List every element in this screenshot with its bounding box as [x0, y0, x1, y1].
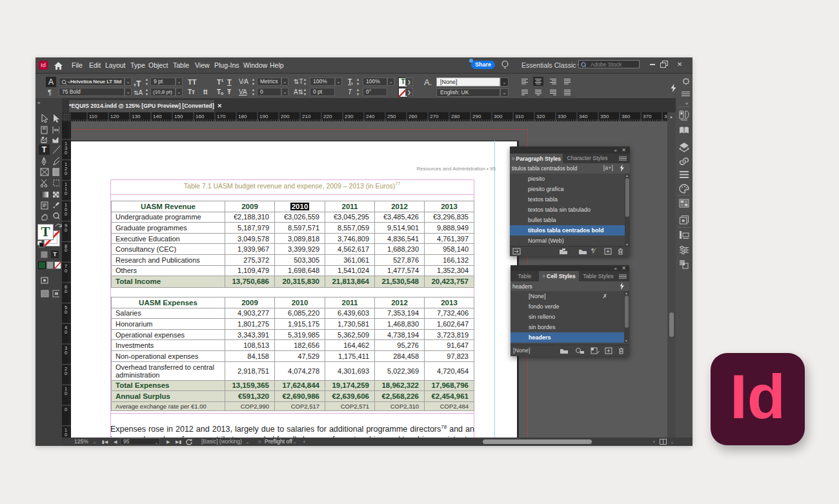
svg-text:200: 200: [281, 114, 290, 119]
svg-text:0: 0: [65, 170, 67, 176]
svg-text:0: 0: [65, 247, 67, 253]
svg-text:130: 130: [132, 114, 141, 119]
svg-text:350: 350: [600, 114, 609, 119]
svg-text:240: 240: [366, 114, 375, 119]
svg-text:360: 360: [622, 114, 631, 119]
svg-text:0: 0: [65, 227, 67, 233]
svg-text:310: 310: [515, 114, 524, 119]
svg-text:150: 150: [174, 114, 183, 119]
svg-text:0: 0: [65, 150, 67, 156]
svg-text:160: 160: [196, 114, 205, 119]
svg-text:260: 260: [409, 114, 418, 119]
svg-text:170: 170: [217, 114, 226, 119]
svg-text:0: 0: [65, 288, 67, 294]
svg-text:330: 330: [558, 114, 567, 119]
svg-text:270: 270: [430, 114, 439, 119]
svg-text:220: 220: [323, 114, 332, 119]
svg-text:0: 0: [65, 329, 67, 335]
svg-text:140: 140: [153, 114, 162, 119]
svg-text:0: 0: [65, 268, 67, 274]
svg-text:190: 190: [259, 114, 268, 119]
svg-text:0: 0: [65, 370, 67, 376]
svg-text:180: 180: [238, 114, 247, 119]
svg-text:110: 110: [89, 114, 97, 119]
svg-text:0: 0: [65, 390, 67, 396]
svg-text:320: 320: [536, 114, 545, 119]
svg-text:370: 370: [643, 114, 652, 119]
svg-text:290: 290: [472, 114, 481, 119]
svg-text:230: 230: [345, 114, 354, 119]
svg-text:0: 0: [65, 407, 67, 412]
svg-text:250: 250: [387, 114, 396, 119]
svg-text:0: 0: [65, 432, 67, 438]
svg-text:340: 340: [579, 114, 588, 119]
svg-text:0: 0: [65, 350, 67, 356]
svg-text:120: 120: [110, 114, 119, 119]
svg-text:0: 0: [65, 309, 67, 315]
svg-text:280: 280: [451, 114, 460, 119]
svg-text:210: 210: [302, 114, 311, 119]
svg-text:0: 0: [65, 190, 67, 196]
svg-text:300: 300: [494, 114, 503, 119]
svg-text:0: 0: [65, 211, 67, 217]
